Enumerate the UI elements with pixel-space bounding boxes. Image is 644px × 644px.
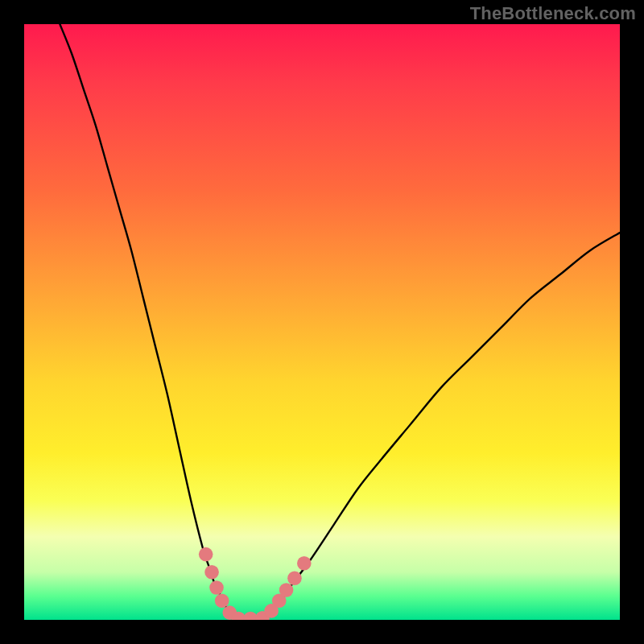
curve-marker: [287, 571, 302, 585]
chart-svg: [24, 24, 620, 620]
chart-frame: TheBottleneck.com: [0, 0, 644, 644]
watermark-text: TheBottleneck.com: [470, 3, 636, 24]
curve-marker: [199, 547, 213, 562]
curve-marker: [279, 583, 294, 597]
curve-markers: [199, 547, 312, 620]
plot-area: [24, 24, 620, 620]
curve-marker: [204, 565, 219, 580]
bottleneck-curve: [60, 24, 620, 620]
curve-marker: [215, 594, 229, 609]
curve-marker: [209, 580, 224, 595]
curve-marker: [297, 556, 312, 571]
